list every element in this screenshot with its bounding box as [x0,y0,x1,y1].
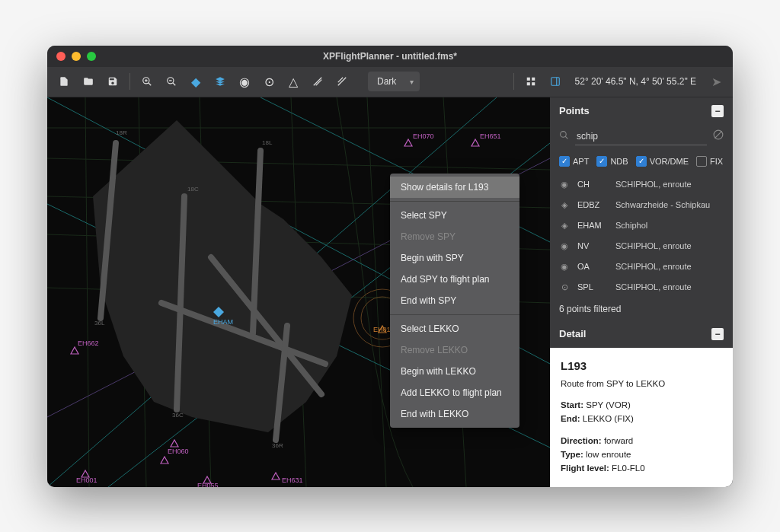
result-code: EDBZ [577,200,608,209]
zoom-in-button[interactable] [136,71,158,92]
layer-fix-button[interactable]: △ [283,71,304,92]
result-item[interactable]: ◉OASCHIPHOL, enroute [550,256,733,277]
layer-stack-button[interactable] [209,71,231,92]
points-panel-header: Points − [550,97,733,125]
svg-line-1 [149,83,152,86]
context-menu-item[interactable]: Begin with LEKKO [390,361,519,382]
result-code: NV [577,241,608,250]
result-item[interactable]: ◈EDBZSchwarzheide - Schipkau [550,195,733,215]
detail-subtitle: Route from SPY to LEKKO [561,377,722,390]
layer-vor-button[interactable]: ⊙ [258,71,280,92]
panel-toggle-button[interactable] [545,71,566,92]
titlebar: XPFlightPlanner - untitled.fms* [47,46,733,67]
svg-rect-11 [551,78,559,86]
results-count: 6 points filtered [550,298,733,320]
window-close-button[interactable] [56,52,66,61]
result-desc: SCHIPHOL, enroute [615,180,724,189]
context-menu-item[interactable]: End with SPY [390,290,519,311]
result-desc: SCHIPHOL, enroute [615,241,724,250]
ndb-icon: ◉ [559,180,570,190]
detail-panel: L193 Route from SPY to LEKKO Start: SPY … [550,348,733,487]
context-menu-item: Remove SPY [390,226,519,247]
window-minimize-button[interactable] [72,52,81,61]
window-title: XPFlightPlanner - untitled.fms* [47,51,733,62]
toolbar: ◆ ◉ ⊙ △ Dark 52° 20' 46.5" N, 4° 50' 55.… [47,67,733,97]
result-code: CH [577,180,608,189]
grid-view-button[interactable] [520,71,542,92]
toolbar-separator [129,73,130,90]
context-menu-item[interactable]: End with LEKKO [390,403,519,425]
checkbox-icon: ✓ [559,156,570,167]
points-search-input[interactable] [575,128,707,145]
context-menu-item[interactable]: Show details for L193 [390,177,519,198]
new-file-button[interactable] [53,71,75,92]
result-desc: Schiphol [615,221,724,230]
result-code: EHAM [577,221,608,230]
detail-panel-header: Detail − [550,320,733,348]
theme-select[interactable]: Dark [368,72,420,91]
toolbar-separator [513,73,514,90]
context-menu: Show details for L193Select SPYRemove SP… [390,174,519,428]
results-list: ◉CHSCHIPHOL, enroute◈EDBZSchwarzheide - … [550,174,733,298]
search-icon [559,129,569,143]
result-desc: Schwarzheide - Schipkau [615,200,724,209]
locate-button[interactable]: ➤ [705,71,727,92]
result-desc: SCHIPHOL, enroute [615,262,724,271]
context-menu-item[interactable]: Begin with SPY [390,247,519,269]
result-code: OA [577,262,608,271]
coordinates-display: 52° 20' 46.5" N, 4° 50' 55.2" E [575,76,696,87]
detail-heading: L193 [561,357,722,375]
filter-vordme[interactable]: ✓VOR/DME [636,156,689,167]
apt-icon: ◈ [559,200,570,210]
vor-icon: ⊙ [559,282,570,292]
svg-rect-7 [526,78,529,81]
context-menu-separator [390,314,519,315]
save-file-button[interactable] [102,71,123,92]
ndb-icon: ◉ [559,262,570,272]
collapse-detail-button[interactable]: − [711,328,724,340]
checkbox-icon [696,156,707,167]
filter-fix[interactable]: FIX [696,156,723,167]
layer-airways-low-button[interactable] [307,71,328,92]
layer-ndb-button[interactable]: ◉ [234,71,255,92]
svg-line-5 [173,83,176,86]
detail-panel-title: Detail [559,328,586,339]
context-menu-item[interactable]: Add LEKKO to flight plan [390,382,519,403]
svg-line-30 [714,131,721,138]
checkbox-icon: ✓ [636,156,647,167]
checkbox-icon: ✓ [596,156,607,167]
context-menu-item: Remove LEKKO [390,339,519,361]
result-code: SPL [577,282,608,291]
filter-apt[interactable]: ✓APT [559,156,589,167]
layer-airways-high-button[interactable] [331,71,353,92]
svg-line-28 [565,136,567,139]
zoom-out-button[interactable] [161,71,182,92]
collapse-points-button[interactable]: − [711,105,724,117]
ndb-icon: ◉ [559,241,570,251]
context-menu-separator [390,201,519,202]
context-menu-item[interactable]: Add SPY to flight plan [390,269,519,290]
result-item[interactable]: ◉NVSCHIPHOL, enroute [550,236,733,256]
clear-search-button[interactable] [713,129,724,143]
result-item[interactable]: ◉CHSCHIPHOL, enroute [550,174,733,195]
svg-rect-10 [532,82,535,85]
result-item[interactable]: ◈EHAMSchiphol [550,215,733,236]
window-maximize-button[interactable] [87,52,96,61]
svg-point-27 [561,132,567,138]
context-menu-item[interactable]: Select LEKKO [390,318,519,339]
apt-icon: ◈ [559,221,570,231]
result-item[interactable]: ⊙SPLSCHIPHOL, enroute [550,277,733,298]
svg-rect-8 [532,78,535,81]
sidebar: Points − ✓APT ✓NDB ✓VOR/DME FIX ◉CHSCHIP… [550,97,733,487]
filter-ndb[interactable]: ✓NDB [596,156,628,167]
layer-apt-button[interactable]: ◆ [185,71,206,92]
open-file-button[interactable] [78,71,99,92]
points-panel-title: Points [559,105,590,116]
context-menu-item[interactable]: Select SPY [390,205,519,226]
result-desc: SCHIPHOL, enroute [615,282,724,291]
svg-rect-9 [526,82,529,85]
